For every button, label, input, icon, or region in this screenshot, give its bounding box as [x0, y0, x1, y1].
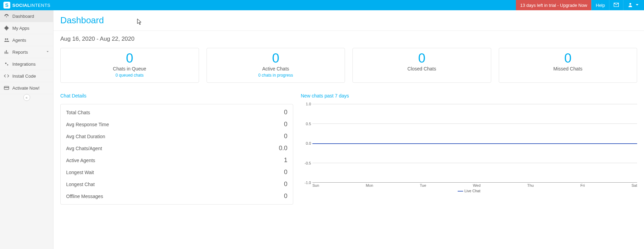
gears-icon	[3, 61, 10, 67]
logo-badge: S	[3, 2, 10, 9]
topbar: S SOCIALINTENTS 13 days left in trial - …	[0, 0, 644, 10]
detail-label: Total Chats	[66, 110, 90, 115]
card-value: 0	[356, 52, 487, 65]
x-tick: Thu	[527, 183, 534, 187]
chart-title: New chats past 7 days	[301, 93, 637, 99]
chat-details-box: Total Chats0 Avg Response Time0 Avg Chat…	[60, 104, 293, 205]
messages-button[interactable]	[609, 0, 623, 10]
users-icon	[3, 37, 10, 43]
card-closed-chats[interactable]: 0 Closed Chats	[352, 48, 491, 83]
logo-text-b: INTENTS	[30, 3, 50, 8]
chart: 1.0 0.5 0.0 -0.5 -1.0 Sun	[301, 104, 637, 193]
x-tick: Mon	[366, 183, 373, 187]
envelope-icon	[614, 2, 619, 9]
y-tick: -1.0	[305, 181, 311, 185]
detail-value: 0	[284, 193, 287, 200]
sidebar-item-activate-now[interactable]: Activate Now!	[0, 82, 53, 94]
detail-label: Avg Response Time	[66, 122, 109, 127]
x-tick: Sun	[312, 183, 319, 187]
upgrade-button[interactable]: 13 days left in trial - Upgrade Now	[516, 0, 591, 10]
x-tick: Sat	[631, 183, 637, 187]
user-menu-button[interactable]	[623, 0, 644, 10]
chevron-down-icon	[46, 50, 50, 55]
card-value: 0	[64, 52, 195, 65]
card-value: 0	[210, 52, 342, 65]
detail-label: Avg Chat Duration	[66, 134, 105, 139]
chart-legend: Live Chat	[301, 189, 637, 193]
sidebar-item-label: My Apps	[12, 26, 29, 31]
sidebar-item-install-code[interactable]: Install Code	[0, 70, 53, 82]
detail-value: 0	[284, 109, 287, 116]
code-icon	[3, 73, 10, 79]
x-tick: Fri	[580, 183, 585, 187]
card-sublabel: 0 queued chats	[64, 73, 195, 78]
svg-point-2	[7, 38, 8, 40]
card-sublabel: 0 chats in progress	[210, 73, 342, 78]
detail-row: Avg Chats/Agent0.0	[66, 142, 287, 154]
detail-value: 1	[284, 157, 287, 164]
detail-label: Avg Chats/Agent	[66, 146, 102, 151]
legend-label: Live Chat	[465, 189, 480, 193]
detail-label: Offline Messages	[66, 194, 103, 199]
detail-row: Longest Chat0	[66, 178, 287, 190]
dashboard-icon	[3, 13, 10, 19]
sidebar-item-my-apps[interactable]: My Apps	[0, 22, 53, 34]
sidebar-item-label: Integrations	[12, 62, 36, 67]
x-tick: Tue	[420, 183, 426, 187]
puzzle-icon	[3, 25, 10, 31]
sidebar-item-agents[interactable]: Agents	[0, 34, 53, 46]
y-tick: 1.0	[306, 102, 311, 106]
svg-point-4	[7, 64, 8, 65]
svg-point-3	[5, 63, 7, 64]
card-chats-in-queue[interactable]: 0 Chats in Queue 0 queued chats	[60, 48, 199, 83]
sidebar-item-label: Activate Now!	[12, 86, 39, 91]
sidebar: Dashboard My Apps Agents Reports Integra…	[0, 10, 53, 249]
detail-value: 0.0	[279, 145, 287, 152]
date-range: Aug 16, 2020 - Aug 22, 2020	[60, 36, 637, 42]
y-tick: -0.5	[305, 161, 311, 165]
detail-label: Longest Wait	[66, 170, 94, 175]
card-label: Closed Chats	[356, 66, 487, 71]
detail-value: 0	[284, 133, 287, 140]
card-missed-chats[interactable]: 0 Missed Chats	[499, 48, 637, 83]
main-content: Dashboard Aug 16, 2020 - Aug 22, 2020 0 …	[53, 10, 644, 249]
y-tick: 0.0	[306, 141, 311, 145]
sidebar-item-dashboard[interactable]: Dashboard	[0, 10, 53, 22]
detail-row: Total Chats0	[66, 106, 287, 118]
collapse-sidebar-button[interactable]: «	[23, 94, 30, 101]
card-value: 0	[503, 52, 634, 65]
sidebar-item-reports[interactable]: Reports	[0, 46, 53, 58]
card-label: Missed Chats	[503, 66, 634, 71]
chart-x-axis: Sun Mon Tue Wed Thu Fri Sat	[312, 183, 637, 187]
chart-y-axis: 1.0 0.5 0.0 -0.5 -1.0	[301, 104, 312, 183]
sidebar-item-label: Dashboard	[12, 14, 34, 19]
page-title: Dashboard	[60, 15, 637, 26]
detail-row: Offline Messages0	[66, 190, 287, 202]
detail-value: 0	[284, 169, 287, 176]
logo-text-a: SOCIAL	[12, 3, 30, 8]
svg-point-1	[5, 38, 6, 40]
legend-swatch	[458, 191, 463, 192]
detail-value: 0	[284, 121, 287, 128]
credit-card-icon	[3, 85, 10, 91]
detail-row: Avg Chat Duration0	[66, 130, 287, 142]
y-tick: 0.5	[306, 122, 311, 126]
caret-down-icon	[634, 2, 640, 9]
card-label: Chats in Queue	[64, 66, 195, 71]
bar-chart-icon	[3, 49, 10, 55]
chart-plot-area	[312, 104, 637, 183]
chevron-left-icon: «	[26, 96, 28, 100]
detail-value: 0	[284, 181, 287, 188]
card-active-chats[interactable]: 0 Active Chats 0 chats in progress	[207, 48, 345, 83]
svg-point-0	[629, 3, 631, 4]
logo[interactable]: S SOCIALINTENTS	[0, 0, 54, 10]
x-tick: Wed	[473, 183, 480, 187]
chat-details-title: Chat Details	[60, 93, 293, 99]
logo-text: SOCIALINTENTS	[12, 3, 50, 8]
user-icon	[628, 2, 633, 9]
sidebar-item-integrations[interactable]: Integrations	[0, 58, 53, 70]
card-label: Active Chats	[210, 66, 342, 71]
help-button[interactable]: Help	[591, 0, 609, 10]
detail-row: Avg Response Time0	[66, 118, 287, 130]
detail-row: Active Agents1	[66, 154, 287, 166]
